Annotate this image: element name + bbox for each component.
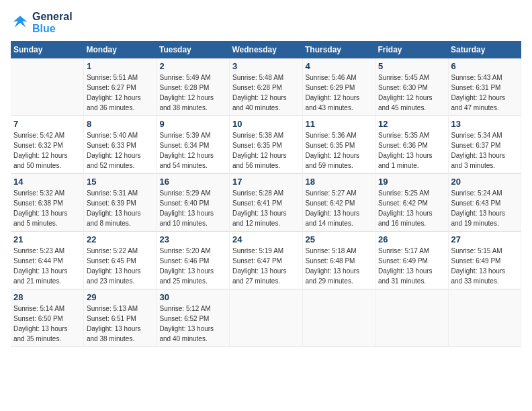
calendar-cell: 14Sunrise: 5:32 AM Sunset: 6:38 PM Dayli… — [11, 174, 84, 232]
day-info: Sunrise: 5:13 AM Sunset: 6:51 PM Dayligh… — [87, 304, 154, 344]
calendar-week-row: 1Sunrise: 5:51 AM Sunset: 6:27 PM Daylig… — [11, 58, 521, 116]
day-number: 18 — [306, 177, 373, 187]
calendar-cell: 26Sunrise: 5:17 AM Sunset: 6:49 PM Dayli… — [375, 232, 449, 289]
day-info: Sunrise: 5:12 AM Sunset: 6:52 PM Dayligh… — [160, 304, 227, 344]
calendar-cell: 30Sunrise: 5:12 AM Sunset: 6:52 PM Dayli… — [157, 289, 230, 347]
calendar-cell: 15Sunrise: 5:31 AM Sunset: 6:39 PM Dayli… — [84, 174, 157, 232]
day-info: Sunrise: 5:19 AM Sunset: 6:47 PM Dayligh… — [232, 246, 300, 286]
calendar-cell: 6Sunrise: 5:43 AM Sunset: 6:31 PM Daylig… — [448, 58, 521, 116]
day-info: Sunrise: 5:39 AM Sunset: 6:34 PM Dayligh… — [160, 130, 227, 171]
calendar-cell: 7Sunrise: 5:42 AM Sunset: 6:32 PM Daylig… — [11, 116, 84, 174]
day-number: 14 — [13, 177, 81, 187]
day-number: 17 — [232, 177, 300, 187]
logo-icon — [11, 13, 30, 32]
day-number: 26 — [378, 234, 445, 244]
calendar-cell: 29Sunrise: 5:13 AM Sunset: 6:51 PM Dayli… — [84, 289, 157, 347]
day-number: 9 — [160, 119, 227, 129]
calendar-cell: 11Sunrise: 5:36 AM Sunset: 6:35 PM Dayli… — [302, 116, 375, 174]
day-number: 8 — [87, 119, 154, 129]
day-info: Sunrise: 5:27 AM Sunset: 6:42 PM Dayligh… — [306, 188, 373, 228]
day-number: 21 — [13, 234, 81, 244]
calendar-cell: 23Sunrise: 5:20 AM Sunset: 6:46 PM Dayli… — [157, 232, 230, 289]
day-info: Sunrise: 5:40 AM Sunset: 6:33 PM Dayligh… — [87, 130, 154, 171]
calendar-header-thursday: Thursday — [302, 41, 375, 58]
day-info: Sunrise: 5:25 AM Sunset: 6:42 PM Dayligh… — [378, 188, 445, 228]
day-info: Sunrise: 5:38 AM Sunset: 6:35 PM Dayligh… — [232, 130, 300, 171]
day-number: 7 — [13, 119, 81, 129]
day-number: 6 — [451, 61, 519, 71]
calendar-cell: 4Sunrise: 5:46 AM Sunset: 6:29 PM Daylig… — [302, 58, 375, 116]
day-number: 22 — [87, 234, 154, 244]
day-info: Sunrise: 5:49 AM Sunset: 6:28 PM Dayligh… — [160, 73, 227, 113]
page-header: General Blue — [11, 11, 521, 34]
day-number: 23 — [160, 234, 227, 244]
day-info: Sunrise: 5:14 AM Sunset: 6:50 PM Dayligh… — [13, 304, 81, 344]
day-info: Sunrise: 5:29 AM Sunset: 6:40 PM Dayligh… — [160, 188, 227, 228]
day-number: 12 — [378, 119, 445, 129]
svg-marker-0 — [13, 15, 28, 28]
calendar-cell: 18Sunrise: 5:27 AM Sunset: 6:42 PM Dayli… — [302, 174, 375, 232]
day-info: Sunrise: 5:46 AM Sunset: 6:29 PM Dayligh… — [306, 73, 373, 113]
day-number: 25 — [306, 234, 373, 244]
day-number: 15 — [87, 177, 154, 187]
day-info: Sunrise: 5:20 AM Sunset: 6:46 PM Dayligh… — [160, 246, 227, 286]
calendar-week-row: 28Sunrise: 5:14 AM Sunset: 6:50 PM Dayli… — [11, 289, 521, 347]
day-info: Sunrise: 5:51 AM Sunset: 6:27 PM Dayligh… — [87, 73, 154, 113]
calendar-cell — [302, 289, 375, 347]
day-info: Sunrise: 5:42 AM Sunset: 6:32 PM Dayligh… — [13, 130, 81, 171]
calendar-header-wednesday: Wednesday — [230, 41, 303, 58]
day-number: 20 — [451, 177, 519, 187]
day-number: 16 — [160, 177, 227, 187]
calendar-cell: 10Sunrise: 5:38 AM Sunset: 6:35 PM Dayli… — [230, 116, 303, 174]
calendar-cell: 5Sunrise: 5:45 AM Sunset: 6:30 PM Daylig… — [375, 58, 449, 116]
day-info: Sunrise: 5:15 AM Sunset: 6:49 PM Dayligh… — [451, 246, 519, 286]
calendar-cell: 20Sunrise: 5:24 AM Sunset: 6:43 PM Dayli… — [448, 174, 521, 232]
calendar-cell — [230, 289, 303, 347]
calendar-cell — [375, 289, 449, 347]
day-info: Sunrise: 5:48 AM Sunset: 6:28 PM Dayligh… — [232, 73, 300, 113]
day-info: Sunrise: 5:24 AM Sunset: 6:43 PM Dayligh… — [451, 188, 519, 228]
day-number: 11 — [306, 119, 373, 129]
calendar-cell — [448, 289, 521, 347]
calendar-week-row: 14Sunrise: 5:32 AM Sunset: 6:38 PM Dayli… — [11, 174, 521, 232]
day-info: Sunrise: 5:28 AM Sunset: 6:41 PM Dayligh… — [232, 188, 300, 228]
calendar-header-row: SundayMondayTuesdayWednesdayThursdayFrid… — [11, 41, 521, 58]
calendar-header-friday: Friday — [375, 41, 449, 58]
calendar-header-saturday: Saturday — [448, 41, 521, 58]
calendar-cell: 19Sunrise: 5:25 AM Sunset: 6:42 PM Dayli… — [375, 174, 449, 232]
calendar-week-row: 7Sunrise: 5:42 AM Sunset: 6:32 PM Daylig… — [11, 116, 521, 174]
calendar-cell: 3Sunrise: 5:48 AM Sunset: 6:28 PM Daylig… — [230, 58, 303, 116]
calendar-cell: 17Sunrise: 5:28 AM Sunset: 6:41 PM Dayli… — [230, 174, 303, 232]
calendar-cell: 21Sunrise: 5:23 AM Sunset: 6:44 PM Dayli… — [11, 232, 84, 289]
calendar-cell: 1Sunrise: 5:51 AM Sunset: 6:27 PM Daylig… — [84, 58, 157, 116]
day-number: 28 — [13, 292, 81, 302]
day-number: 1 — [87, 61, 154, 71]
day-info: Sunrise: 5:35 AM Sunset: 6:36 PM Dayligh… — [378, 130, 445, 171]
day-info: Sunrise: 5:23 AM Sunset: 6:44 PM Dayligh… — [13, 246, 81, 286]
calendar-cell: 12Sunrise: 5:35 AM Sunset: 6:36 PM Dayli… — [375, 116, 449, 174]
calendar-header-tuesday: Tuesday — [157, 41, 230, 58]
calendar-cell: 22Sunrise: 5:22 AM Sunset: 6:45 PM Dayli… — [84, 232, 157, 289]
calendar-week-row: 21Sunrise: 5:23 AM Sunset: 6:44 PM Dayli… — [11, 232, 521, 289]
calendar-cell: 16Sunrise: 5:29 AM Sunset: 6:40 PM Dayli… — [157, 174, 230, 232]
calendar-cell: 9Sunrise: 5:39 AM Sunset: 6:34 PM Daylig… — [157, 116, 230, 174]
day-number: 30 — [160, 292, 227, 302]
day-info: Sunrise: 5:18 AM Sunset: 6:48 PM Dayligh… — [306, 246, 373, 286]
day-info: Sunrise: 5:22 AM Sunset: 6:45 PM Dayligh… — [87, 246, 154, 286]
calendar-header-sunday: Sunday — [11, 41, 84, 58]
day-info: Sunrise: 5:36 AM Sunset: 6:35 PM Dayligh… — [306, 130, 373, 171]
day-number: 13 — [451, 119, 519, 129]
day-info: Sunrise: 5:43 AM Sunset: 6:31 PM Dayligh… — [451, 73, 519, 113]
logo: General Blue — [11, 11, 73, 34]
calendar-table: SundayMondayTuesdayWednesdayThursdayFrid… — [11, 41, 521, 347]
day-number: 3 — [232, 61, 300, 71]
calendar-cell: 2Sunrise: 5:49 AM Sunset: 6:28 PM Daylig… — [157, 58, 230, 116]
calendar-cell: 24Sunrise: 5:19 AM Sunset: 6:47 PM Dayli… — [230, 232, 303, 289]
day-info: Sunrise: 5:45 AM Sunset: 6:30 PM Dayligh… — [378, 73, 445, 113]
day-number: 2 — [160, 61, 227, 71]
calendar-header-monday: Monday — [84, 41, 157, 58]
day-info: Sunrise: 5:17 AM Sunset: 6:49 PM Dayligh… — [378, 246, 445, 286]
calendar-cell: 27Sunrise: 5:15 AM Sunset: 6:49 PM Dayli… — [448, 232, 521, 289]
day-number: 19 — [378, 177, 445, 187]
day-number: 29 — [87, 292, 154, 302]
